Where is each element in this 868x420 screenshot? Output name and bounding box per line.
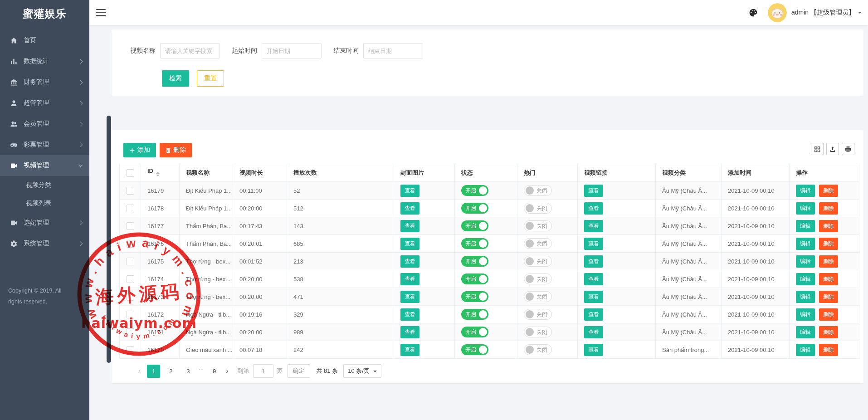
row-checkbox[interactable] xyxy=(127,311,134,318)
delete-button[interactable]: 删除 xyxy=(819,273,838,285)
sidebar-item[interactable]: 会员管理 xyxy=(0,113,89,134)
hot-toggle[interactable]: 关闭 xyxy=(524,185,552,196)
status-toggle[interactable]: 开启 xyxy=(461,327,488,337)
sidebar-item[interactable]: 财务管理 xyxy=(0,72,89,93)
export-icon[interactable] xyxy=(826,143,839,155)
sidebar-item[interactable]: 选妃管理 xyxy=(0,212,89,233)
edit-button[interactable]: 编辑 xyxy=(796,273,815,285)
view-cover-button[interactable]: 查看 xyxy=(400,202,419,215)
confirm-button[interactable]: 确定 xyxy=(288,364,310,378)
print-icon[interactable] xyxy=(842,143,854,155)
edit-button[interactable]: 编辑 xyxy=(796,308,815,321)
sidebar-item[interactable]: 视频管理 xyxy=(0,155,89,176)
view-link-button[interactable]: 查看 xyxy=(584,308,603,321)
page-number[interactable]: 3 xyxy=(181,365,195,378)
status-toggle[interactable]: 开启 xyxy=(461,273,488,284)
row-checkbox[interactable] xyxy=(127,187,134,195)
edit-button[interactable]: 编辑 xyxy=(796,344,815,356)
hot-toggle[interactable]: 关闭 xyxy=(524,309,552,320)
view-link-button[interactable]: 查看 xyxy=(584,220,603,232)
row-checkbox[interactable] xyxy=(127,240,134,248)
delete-button[interactable]: 删除 xyxy=(819,185,838,197)
sidebar-item[interactable]: 数据统计 xyxy=(0,51,89,72)
columns-filter-icon[interactable] xyxy=(811,143,824,155)
view-link-button[interactable]: 查看 xyxy=(584,273,603,285)
view-link-button[interactable]: 查看 xyxy=(584,202,603,215)
admin-label[interactable]: admin 【超级管理员】 xyxy=(791,9,855,17)
sidebar-item[interactable]: 超管管理 xyxy=(0,93,89,113)
sidebar-item[interactable]: 系统管理 xyxy=(0,233,89,254)
view-cover-button[interactable]: 查看 xyxy=(400,238,419,250)
view-link-button[interactable]: 查看 xyxy=(584,238,603,250)
row-checkbox[interactable] xyxy=(127,205,134,212)
view-link-button[interactable]: 查看 xyxy=(584,291,603,303)
view-link-button[interactable]: 查看 xyxy=(584,326,603,338)
hot-toggle[interactable]: 关闭 xyxy=(524,220,552,231)
avatar[interactable] xyxy=(768,3,787,22)
edit-button[interactable]: 编辑 xyxy=(796,255,815,268)
page-number[interactable]: 2 xyxy=(164,365,177,378)
delete-button[interactable]: 删除 xyxy=(819,308,838,321)
view-cover-button[interactable]: 查看 xyxy=(400,344,419,356)
select-all-checkbox[interactable] xyxy=(127,169,134,177)
view-cover-button[interactable]: 查看 xyxy=(400,291,419,303)
prev-page-icon[interactable]: ‹ xyxy=(138,367,141,375)
edit-button[interactable]: 编辑 xyxy=(796,220,815,232)
status-toggle[interactable]: 开启 xyxy=(461,309,488,320)
sidebar-item[interactable]: 彩票管理 xyxy=(0,134,89,155)
start-date-input[interactable] xyxy=(262,43,322,59)
page-number[interactable]: 9 xyxy=(208,365,221,378)
status-toggle[interactable]: 开启 xyxy=(461,256,488,267)
status-toggle[interactable]: 开启 xyxy=(461,238,488,249)
delete-button[interactable]: 删除 xyxy=(819,255,838,268)
next-page-icon[interactable]: › xyxy=(226,367,228,375)
view-link-button[interactable]: 查看 xyxy=(584,344,603,356)
batch-delete-button[interactable]: 删除 xyxy=(160,143,192,157)
edit-button[interactable]: 编辑 xyxy=(796,291,815,303)
add-button[interactable]: 添加 xyxy=(123,143,156,157)
row-checkbox[interactable] xyxy=(127,346,134,354)
status-toggle[interactable]: 开启 xyxy=(461,291,488,302)
edit-button[interactable]: 编辑 xyxy=(796,185,815,197)
view-cover-button[interactable]: 查看 xyxy=(400,326,419,338)
row-checkbox[interactable] xyxy=(127,258,134,265)
page-size-select[interactable]: 10 条/页 xyxy=(343,364,381,378)
hot-toggle[interactable]: 关闭 xyxy=(524,273,552,284)
delete-button[interactable]: 删除 xyxy=(819,326,838,338)
edit-button[interactable]: 编辑 xyxy=(796,238,815,250)
page-number[interactable]: 1 xyxy=(147,365,160,378)
view-cover-button[interactable]: 查看 xyxy=(400,273,419,285)
status-toggle[interactable]: 开启 xyxy=(461,344,488,355)
status-toggle[interactable]: 开启 xyxy=(461,185,488,196)
row-checkbox[interactable] xyxy=(127,293,134,301)
end-date-input[interactable] xyxy=(363,43,423,59)
delete-button[interactable]: 删除 xyxy=(819,291,838,303)
sort-icon[interactable] xyxy=(156,170,160,178)
view-cover-button[interactable]: 查看 xyxy=(400,255,419,268)
edit-button[interactable]: 编辑 xyxy=(796,202,815,215)
status-toggle[interactable]: 开启 xyxy=(461,203,488,214)
view-link-button[interactable]: 查看 xyxy=(584,185,603,197)
view-link-button[interactable]: 查看 xyxy=(584,255,603,268)
hamburger-icon[interactable] xyxy=(96,9,106,16)
hot-toggle[interactable]: 关闭 xyxy=(524,291,552,302)
sidebar-item[interactable]: 视频列表 xyxy=(0,194,89,212)
hot-toggle[interactable]: 关闭 xyxy=(524,344,552,355)
view-cover-button[interactable]: 查看 xyxy=(400,308,419,321)
row-checkbox[interactable] xyxy=(127,275,134,283)
hot-toggle[interactable]: 关闭 xyxy=(524,327,552,337)
status-toggle[interactable]: 开启 xyxy=(461,220,488,231)
delete-button[interactable]: 删除 xyxy=(819,238,838,250)
row-checkbox[interactable] xyxy=(127,222,134,230)
sidebar-item[interactable]: 首页 xyxy=(0,30,89,51)
goto-page-input[interactable] xyxy=(253,364,273,378)
reset-button[interactable]: 重置 xyxy=(197,70,224,87)
row-checkbox[interactable] xyxy=(127,328,134,336)
video-name-input[interactable] xyxy=(160,43,220,59)
theme-palette-icon[interactable] xyxy=(749,8,758,17)
sidebar-item[interactable]: 视频分类 xyxy=(0,176,89,194)
hot-toggle[interactable]: 关闭 xyxy=(524,238,552,249)
vertical-scrollbar[interactable] xyxy=(107,116,111,363)
edit-button[interactable]: 编辑 xyxy=(796,326,815,338)
delete-button[interactable]: 删除 xyxy=(819,202,838,215)
